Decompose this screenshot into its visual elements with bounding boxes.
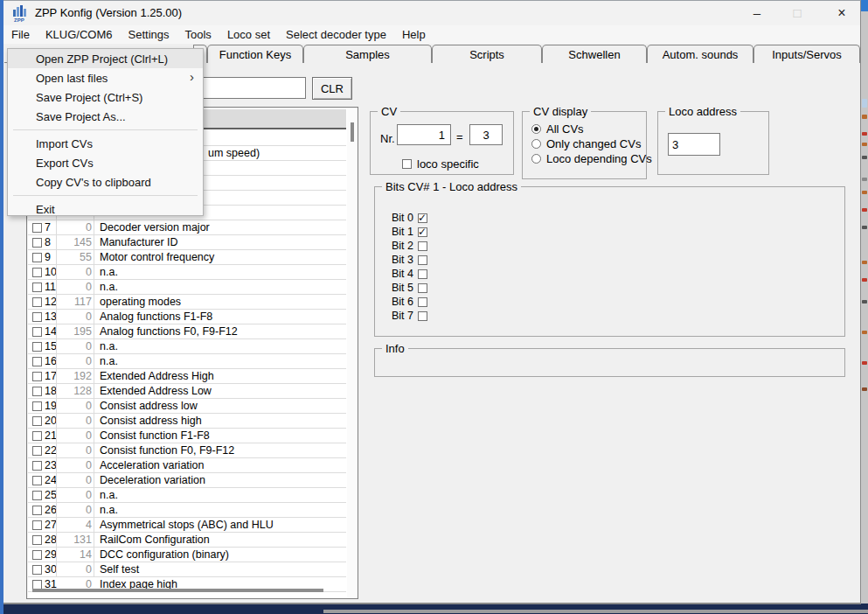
table-row[interactable]: 955Motor control frequency [28,250,346,265]
table-row[interactable]: 18128Extended Address Low [28,384,346,399]
maximize-button[interactable]: □ [777,1,817,24]
row-checkbox[interactable] [32,253,42,262]
vertical-scrollbar[interactable] [347,108,358,599]
table-row[interactable]: 274Asymmetrical stops (ABC) and HLU [28,518,346,533]
table-row[interactable]: 100n.a. [28,265,346,280]
table-row[interactable]: 260n.a. [28,503,346,518]
row-checkbox[interactable] [32,238,42,248]
table-row[interactable]: 240Deceleration variation [28,473,346,488]
menubar-item-settings[interactable]: Settings [121,26,177,43]
bit-checkbox-1[interactable] [418,227,427,237]
tab-schwellen[interactable]: Schwellen [542,45,647,63]
bit-checkbox-0[interactable] [418,213,427,223]
row-checkbox[interactable] [32,565,42,575]
close-button[interactable]: × [822,1,862,24]
file-menu-item-open-last-files[interactable]: Open last files› [8,68,203,87]
bit-checkbox-5[interactable] [418,283,427,293]
row-checkbox[interactable] [32,387,42,396]
row-checkbox[interactable] [32,401,42,411]
row-checkbox[interactable] [32,446,42,456]
bit-checkbox-2[interactable] [418,241,427,251]
bit-checkbox-4[interactable] [418,269,427,279]
row-checkbox[interactable] [32,520,42,530]
table-row[interactable]: 160n.a. [28,354,346,369]
radio-all-cvs[interactable] [531,124,541,134]
row-cv-number: 16 [45,355,57,367]
loco-specific-checkbox[interactable] [402,159,412,169]
table-row[interactable]: 200Consist address high [28,414,346,429]
table-row[interactable]: 8145Manufacturer ID [28,235,346,250]
horizontal-scrollbar-thumb[interactable] [32,589,323,592]
menubar-item-loco-set[interactable]: Loco set [219,26,278,43]
radio-only-changed-cvs[interactable] [531,139,541,149]
radio-loco-depending-cvs[interactable] [531,154,541,164]
row-checkbox[interactable] [32,416,42,426]
row-description: um speed) [208,147,260,159]
file-menu-item-exit[interactable]: Exit [8,199,203,219]
table-row[interactable]: 220Consist function F0, F9-F12 [28,443,346,458]
table-row[interactable]: 12117operating modes [28,295,346,310]
menubar-item-select-decoder-type[interactable]: Select decoder type [278,26,394,43]
tab-function-keys[interactable]: Function Keys [207,45,303,63]
row-cv-number: 18 [45,385,57,397]
row-checkbox[interactable] [32,327,42,337]
table-row[interactable]: 250n.a. [28,488,346,503]
row-checkbox[interactable] [32,223,42,233]
row-checkbox[interactable] [32,312,42,322]
table-row[interactable]: 230Acceleration variation [28,458,346,473]
bit-checkbox-7[interactable] [418,311,427,321]
table-row[interactable]: 210Consist function F1-F8 [28,429,346,443]
row-cv-number: 9 [45,251,51,263]
row-checkbox[interactable] [32,342,42,352]
row-checkbox[interactable] [32,476,42,485]
row-checkbox[interactable] [32,372,42,381]
menubar-item-klug-com6[interactable]: KLUG/COM6 [38,26,121,43]
row-checkbox[interactable] [32,506,42,515]
table-row[interactable]: 130Analog functions F1-F8 [28,310,346,324]
menubar-item-tools[interactable]: Tools [177,26,219,43]
cv-number-input[interactable] [397,124,451,145]
row-checkbox[interactable] [32,491,42,500]
sliver-fragment [862,261,867,264]
table-row[interactable]: 110n.a. [28,280,346,295]
row-checkbox[interactable] [32,357,42,366]
table-row[interactable]: 300Self test [28,562,346,577]
tab-autom-sounds[interactable]: Autom. sounds [647,45,753,63]
file-menu-item-copy-cv-s-to-clipboard[interactable]: Copy CV's to clipboard [8,172,203,192]
menubar-item-help[interactable]: Help [394,26,434,43]
menubar-item-file[interactable]: File [3,26,38,43]
table-row[interactable]: 150n.a. [28,339,346,354]
row-checkbox[interactable] [32,268,42,277]
tab-scripts[interactable]: Scripts [432,45,542,63]
table-row[interactable]: 70Decoder version major [28,220,346,235]
row-checkbox[interactable] [32,550,42,560]
table-row[interactable]: 2914DCC configuration (binary) [28,548,346,562]
file-menu-item-save-project-as-[interactable]: Save Project As... [8,107,203,126]
row-checkbox[interactable] [32,283,42,292]
bit-checkbox-6[interactable] [418,297,427,307]
table-row[interactable]: 17192Extended Address High [28,369,346,384]
loco-address-input[interactable] [668,133,720,156]
tab-inputs-servos[interactable]: Inputs/Servos [753,45,860,63]
row-checkbox[interactable] [32,535,42,545]
tab-samples[interactable]: Samples [303,45,432,63]
table-row[interactable]: 28131RailCom Configuration [28,533,346,548]
cv-value-input[interactable] [469,124,503,145]
file-menu-item-save-project-ctrl-s-[interactable]: Save Project (Ctrl+S) [8,87,203,107]
table-row[interactable]: 14195Analog functions F0, F9-F12 [28,324,346,339]
row-checkbox[interactable] [32,431,42,441]
clr-button[interactable]: CLR [312,77,352,100]
file-menu-item-import-cvs[interactable]: Import CVs [8,134,203,153]
vertical-scrollbar-thumb[interactable] [351,122,354,142]
bit-checkbox-3[interactable] [418,255,427,265]
cv-groupbox: CV Nr. = loco specific [370,111,514,175]
row-checkbox[interactable] [32,461,42,471]
sliver-fragment [862,99,867,108]
row-checkbox[interactable] [32,297,42,307]
row-cv-value: 0 [59,221,92,234]
file-menu-item-open-zpp-project-clrl-l-[interactable]: Open ZPP Project (Clrl+L) [8,49,203,68]
table-row[interactable]: 190Consist address low [28,399,346,414]
minimize-button[interactable]: – [737,1,777,24]
file-menu-item-export-cvs[interactable]: Export CVs [8,153,203,172]
row-description: Consist function F1-F8 [100,429,210,442]
